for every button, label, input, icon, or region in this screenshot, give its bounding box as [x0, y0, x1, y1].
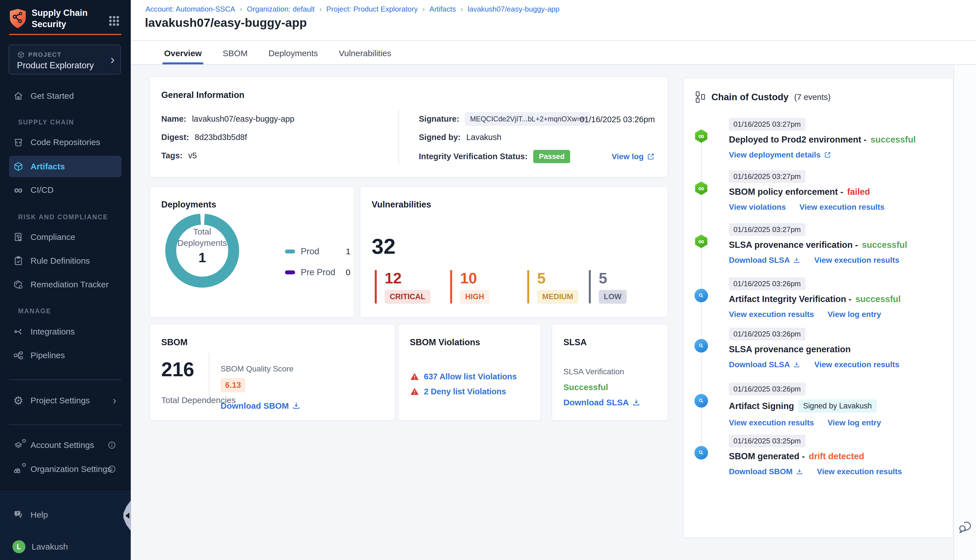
download-slsa-link[interactable]: Download SLSA	[564, 398, 641, 407]
brand: Supply Chain Security	[9, 7, 88, 30]
signature-value[interactable]: MEQCICde2VjIT...bL+2+mqnOXw==	[465, 112, 590, 126]
help-chat-icon: ?	[12, 510, 24, 520]
overview-content: General Information Name: lavakush07/eas…	[131, 65, 976, 560]
view-log-link[interactable]: View log	[612, 152, 655, 161]
view-execution-results-link[interactable]: View execution results	[817, 467, 902, 476]
sidebar-item-code-repositories[interactable]: Code Repositories	[9, 132, 122, 153]
sidebar-item-compliance[interactable]: Compliance	[9, 227, 122, 248]
view-execution-results-link[interactable]: View execution results	[799, 203, 884, 212]
gear-icon: ⚙	[12, 395, 24, 406]
event-title: SBOM policy enforcement - failed	[729, 187, 941, 197]
view-violations-link[interactable]: View violations	[729, 203, 786, 212]
header-divider	[131, 40, 976, 41]
breadcrumb-artifact-name[interactable]: lavakush07/easy-buggy-app	[468, 5, 559, 13]
sidebar-item-help[interactable]: ? Help	[9, 504, 122, 525]
tags-value: v5	[188, 151, 197, 160]
sidebar-bottom-panel: ? Help L Lavakush	[0, 489, 131, 560]
tab-vulnerabilities[interactable]: Vulnerabilities	[337, 42, 393, 64]
sidebar-item-organization-settings[interactable]: ⚙ Organization Settings	[9, 458, 122, 480]
chevron-right-icon: ›	[110, 52, 115, 67]
sidebar-item-get-started[interactable]: Get Started	[9, 85, 122, 107]
legend-item-prod[interactable]: Prod 1	[285, 247, 350, 257]
signed-by-value: Lavakush	[466, 133, 501, 142]
app-switcher-icon[interactable]	[107, 13, 122, 28]
shield-logo-icon	[9, 8, 27, 29]
event-title: SLSA provenance generation	[729, 344, 941, 355]
status-badge-passed: Passed	[533, 150, 570, 163]
chat-feedback-icon[interactable]	[957, 519, 973, 535]
project-selector[interactable]: PROJECT Product Exploratory ›	[8, 45, 121, 75]
signed-by-row: Signed by: Lavakush	[419, 133, 501, 142]
sidebar-item-artifacts[interactable]: Artifacts	[9, 156, 122, 177]
severity-badge: LOW	[599, 290, 627, 304]
artifact-name-value: lavakush07/easy-buggy-app	[192, 114, 295, 123]
download-slsa-link[interactable]: Download SLSA	[729, 360, 801, 369]
tags-row: Tags: v5	[161, 151, 197, 160]
view-execution-results-link[interactable]: View execution results	[729, 310, 814, 319]
info-icon[interactable]	[107, 465, 116, 473]
event-title: Deployed to Prod2 environment - successf…	[729, 135, 941, 145]
timeline-event: 01/16/2025 03:26pm Artifact Integrity Ve…	[729, 277, 941, 319]
view-log-entry-link[interactable]: View log entry	[828, 310, 881, 319]
view-execution-results-link[interactable]: View execution results	[814, 256, 899, 265]
download-slsa-link[interactable]: Download SLSA	[729, 256, 801, 265]
sbom-quality-score-value: 6.13	[220, 378, 245, 392]
allow-list-violations-link[interactable]: 637 Allow list Violations	[424, 372, 517, 381]
total-deployments-value: 1	[165, 250, 239, 265]
scs-step-icon	[694, 394, 708, 408]
legend-item-pre-prod[interactable]: Pre Prod 0	[285, 267, 350, 277]
sidebar-item-integrations[interactable]: Integrations	[9, 321, 122, 342]
sidebar-divider	[9, 379, 122, 380]
view-deployment-details-link[interactable]: View deployment details	[729, 150, 831, 160]
breadcrumb-artifacts[interactable]: Artifacts	[430, 5, 456, 13]
sidebar-item-project-settings[interactable]: ⚙ Project Settings ›	[9, 390, 122, 411]
breadcrumb-account[interactable]: Account: Automation-SSCA	[145, 5, 235, 13]
event-timestamp: 01/16/2025 03:26pm	[729, 328, 806, 340]
tab-bar: Overview SBOM Deployments Vulnerabilitie…	[162, 42, 393, 64]
deny-list-violations-link[interactable]: 2 Deny list Violations	[424, 387, 506, 396]
tab-deployments[interactable]: Deployments	[267, 42, 320, 64]
sbom-violations-card: SBOM Violations 637 Allow list Violation…	[398, 324, 541, 420]
event-timestamp: 01/16/2025 03:27pm	[729, 170, 806, 183]
severity-badge: CRITICAL	[385, 290, 430, 304]
general-information-card: General Information Name: lavakush07/eas…	[150, 77, 668, 177]
severity-badge: HIGH	[460, 290, 489, 304]
hierarchy-icon	[695, 91, 706, 103]
view-execution-results-link[interactable]: View execution results	[814, 360, 899, 369]
deployments-card: Deployments Total Deployments 1 Prod 1 P…	[150, 186, 354, 318]
event-timestamp: 01/16/2025 03:26pm	[729, 277, 806, 290]
sidebar-item-rule-definitions[interactable]: Rule Definitions	[9, 250, 122, 272]
user-menu[interactable]: L Lavakush	[9, 536, 122, 557]
card-title: Vulnerabilities	[372, 200, 431, 210]
sidebar-item-account-settings[interactable]: ⚙ Account Settings	[9, 434, 122, 456]
download-sbom-link[interactable]: Download SBOM	[220, 401, 301, 411]
user-name: Lavakush	[32, 542, 68, 552]
sidebar-item-remediation-tracker[interactable]: Remediation Tracker	[9, 274, 122, 295]
chain-of-custody-card: Chain of Custody (7 events) ∞ 01/16/2025…	[683, 78, 953, 538]
total-dependencies-value: 216	[161, 358, 194, 381]
sidebar-item-cicd[interactable]: ∞ CI/CD	[9, 179, 122, 201]
scs-step-icon	[694, 446, 708, 460]
tab-overview[interactable]: Overview	[162, 42, 204, 64]
info-icon[interactable]	[107, 441, 116, 450]
view-execution-results-link[interactable]: View execution results	[729, 418, 814, 427]
tab-sbom[interactable]: SBOM	[221, 42, 249, 64]
breadcrumb-project[interactable]: Project: Product Exploratory	[327, 5, 418, 13]
deployments-legend: Prod 1 Pre Prod 0	[285, 247, 350, 288]
slsa-card: SLSA SLSA Verification Successful Downlo…	[552, 324, 668, 420]
card-title: SBOM Violations	[410, 337, 480, 347]
download-sbom-link[interactable]: Download SBOM	[729, 467, 803, 476]
section-supply-chain: SUPPLY CHAIN	[18, 118, 74, 126]
pipelines-icon	[12, 350, 24, 361]
vulnerabilities-total: 32	[372, 234, 395, 258]
sbom-quality-score-label: SBOM Quality Score	[220, 364, 294, 373]
breadcrumb-separator: ›	[422, 5, 425, 13]
scs-step-icon	[694, 339, 708, 353]
view-log-entry-link[interactable]: View log entry	[828, 418, 881, 427]
name-row: Name: lavakush07/easy-buggy-app	[161, 114, 294, 123]
event-status: failed	[847, 187, 870, 197]
sidebar-divider	[9, 425, 122, 425]
breadcrumb-separator: ›	[240, 5, 242, 13]
sidebar-item-pipelines[interactable]: Pipelines	[9, 345, 122, 366]
breadcrumb-organization[interactable]: Organization: default	[247, 5, 315, 13]
